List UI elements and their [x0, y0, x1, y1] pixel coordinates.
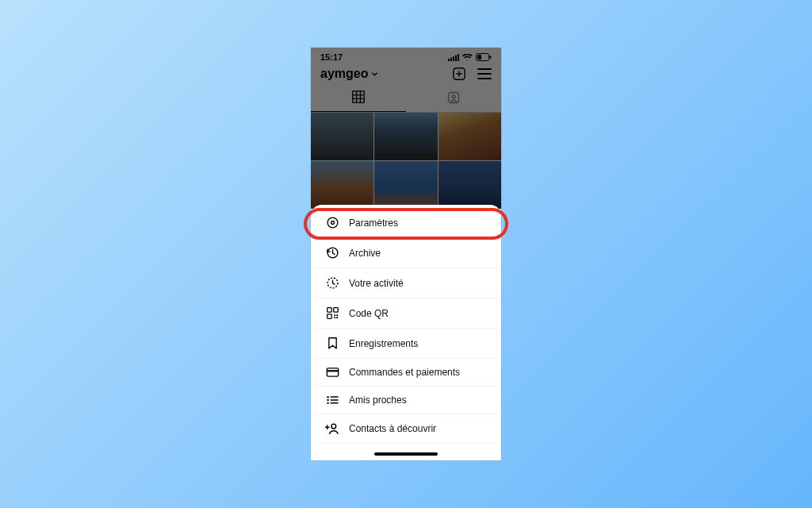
grid-thumbnail[interactable]: [439, 113, 501, 160]
svg-point-27: [327, 399, 328, 401]
wifi-icon: [462, 54, 473, 61]
svg-rect-30: [330, 402, 338, 404]
svg-rect-17: [333, 308, 338, 313]
list-icon: [325, 394, 339, 406]
activity-icon: [325, 276, 339, 290]
settings-icon: [325, 216, 339, 229]
bookmark-icon: [325, 337, 339, 350]
svg-rect-3: [455, 55, 457, 61]
menu-item-your-activity[interactable]: Votre activité: [316, 268, 496, 298]
bottom-sheet-menu: Paramètres Archive Votre activité: [311, 205, 501, 460]
svg-point-29: [327, 402, 328, 404]
svg-rect-24: [327, 370, 338, 371]
svg-rect-1: [450, 57, 452, 61]
svg-rect-19: [334, 314, 335, 316]
svg-point-25: [327, 396, 328, 398]
username-dropdown[interactable]: aymgeo: [320, 67, 378, 81]
menu-item-label: Archive: [349, 248, 381, 259]
qr-code-icon: [325, 306, 339, 320]
profile-header-actions: [452, 67, 492, 81]
status-time: 15:17: [320, 52, 343, 62]
menu-item-discover-people[interactable]: Contacts à découvrir: [316, 414, 496, 444]
credit-card-icon: [325, 367, 339, 378]
phone-frame: 15:17 aymgeo: [311, 48, 501, 460]
menu-item-qr-code[interactable]: Code QR: [316, 298, 496, 329]
svg-rect-28: [330, 399, 338, 401]
menu-item-close-friends[interactable]: Amis proches: [316, 387, 496, 414]
svg-point-13: [331, 221, 334, 225]
menu-item-label: Commandes et paiements: [349, 367, 460, 378]
chevron-down-icon: [371, 67, 378, 81]
menu-item-orders-payments[interactable]: Commandes et paiements: [316, 359, 496, 387]
hamburger-menu-button[interactable]: [477, 68, 492, 79]
profile-header: aymgeo: [311, 64, 501, 86]
home-indicator[interactable]: [374, 452, 438, 456]
svg-rect-4: [458, 54, 459, 61]
battery-icon: [476, 53, 492, 61]
tagged-icon: [447, 91, 460, 107]
add-person-icon: [325, 422, 339, 435]
svg-point-31: [331, 424, 336, 429]
status-bar: 15:17: [311, 48, 501, 64]
svg-point-12: [327, 217, 338, 228]
svg-rect-23: [327, 368, 338, 376]
username-label: aymgeo: [320, 67, 368, 81]
archive-icon: [325, 246, 339, 260]
menu-item-label: Enregistrements: [349, 338, 418, 349]
grid-thumbnail[interactable]: [311, 161, 373, 209]
svg-point-11: [452, 94, 455, 98]
grid-thumbnail[interactable]: [374, 113, 437, 160]
grid-thumbnail[interactable]: [311, 113, 373, 160]
menu-item-label: Code QR: [349, 308, 389, 319]
menu-item-label: Votre activité: [349, 278, 404, 289]
menu-item-saved[interactable]: Enregistrements: [316, 329, 496, 359]
tab-posts-grid[interactable]: [311, 86, 406, 112]
grid-icon: [352, 90, 365, 106]
grid-thumbnail[interactable]: [439, 161, 501, 209]
svg-rect-22: [336, 317, 338, 318]
svg-rect-10: [449, 92, 459, 102]
status-icons: [448, 53, 492, 61]
svg-rect-21: [334, 317, 335, 318]
svg-rect-7: [490, 56, 492, 59]
svg-rect-26: [330, 396, 338, 398]
dimmed-profile-background: 15:17 aymgeo: [311, 48, 501, 209]
profile-tabs: [311, 86, 501, 113]
tab-tagged[interactable]: [406, 86, 501, 112]
svg-rect-9: [353, 91, 364, 102]
menu-item-archive[interactable]: Archive: [316, 238, 496, 268]
menu-item-label: Amis proches: [349, 394, 407, 406]
grid-thumbnail[interactable]: [374, 161, 437, 209]
create-post-button[interactable]: [452, 67, 466, 81]
svg-rect-2: [453, 56, 454, 61]
menu-item-label: Paramètres: [349, 217, 398, 229]
menu-item-label: Contacts à découvrir: [349, 423, 436, 434]
svg-rect-20: [336, 314, 338, 316]
svg-rect-0: [448, 59, 450, 61]
cellular-signal-icon: [448, 54, 459, 61]
svg-rect-18: [327, 314, 331, 319]
menu-item-settings[interactable]: Paramètres: [316, 208, 496, 238]
svg-rect-16: [327, 308, 331, 313]
photo-grid: [311, 113, 501, 209]
svg-rect-6: [477, 55, 481, 60]
